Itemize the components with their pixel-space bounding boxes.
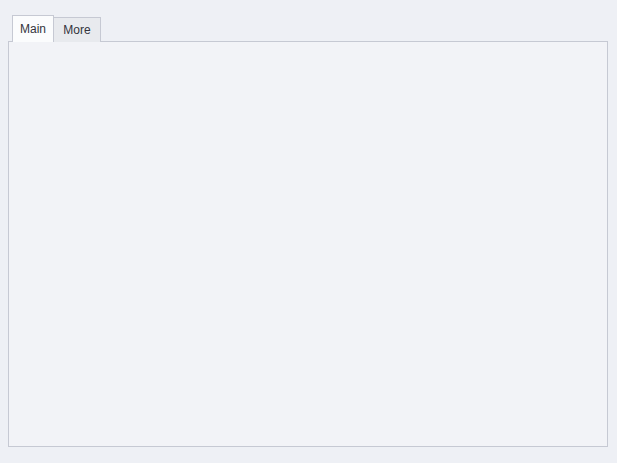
tab-more[interactable]: More <box>54 17 101 42</box>
dialog-root: { "tabs": { "main": "Main", "more": "Mor… <box>0 0 617 463</box>
tab-main-label: Main <box>20 22 46 36</box>
tab-page-main <box>8 41 608 447</box>
tab-more-label: More <box>63 23 90 37</box>
tab-main[interactable]: Main <box>12 15 54 42</box>
